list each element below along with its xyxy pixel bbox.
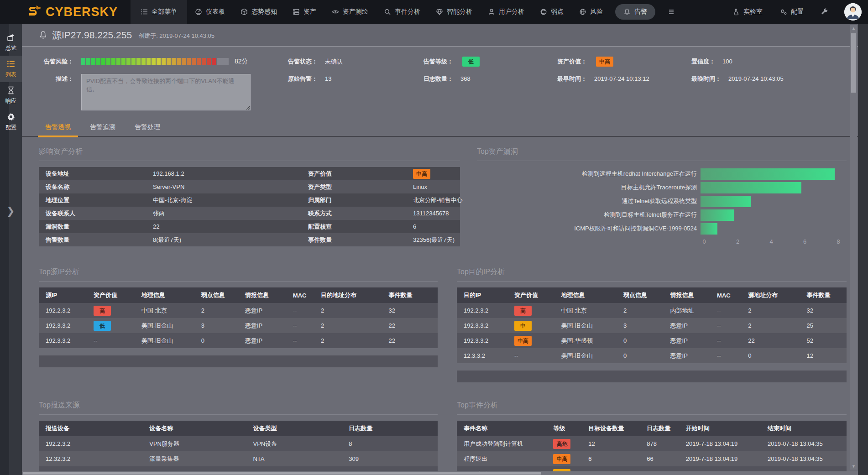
dest-ip-panel-title: Top目的IP分析: [457, 263, 847, 282]
table-row[interactable]: 12.3.3.2--美国-旧金山0恶意IP--012: [457, 348, 847, 363]
event-panel-title: Top事件分析: [457, 396, 847, 415]
gem-icon: [436, 8, 443, 16]
asset-value-label: 资产价值：: [557, 57, 587, 67]
report-source-panel-title: Top报送来源: [39, 396, 438, 415]
raw-alerts-label: 原始告警：: [288, 74, 318, 84]
table-row[interactable]: 192.2.3.2高中国-北京2恶意IP--232: [39, 303, 438, 318]
table-row: 地理位置中国-北京-海淀 归属部门北京分部-销售中心: [39, 193, 460, 207]
user-icon: [488, 8, 495, 16]
horizontal-scrollbar[interactable]: [22, 471, 858, 475]
chart-x-axis: 0 2 4 6 8: [704, 238, 838, 248]
table-row[interactable]: 192.2.3.2VPN服务器VPN设备8: [39, 436, 438, 451]
chart-bar[interactable]: [701, 209, 734, 221]
table-row[interactable]: 192.3.3.2中美国-旧金山3恶意IP--225: [457, 318, 847, 333]
impact-panel-title: 影响资产分析: [39, 142, 460, 161]
tools-button[interactable]: [813, 0, 836, 24]
nav-item-user-analysis[interactable]: 用户分析: [480, 0, 532, 24]
table-row[interactable]: 192.3.3.2--美国-旧金山0恶意IP--222: [39, 333, 438, 348]
confidence-label: 置信度：: [691, 57, 715, 67]
chart-bar[interactable]: [701, 168, 835, 180]
sidebar-item-settings[interactable]: 配置: [0, 109, 22, 135]
nav-item-weakness[interactable]: 弱点: [532, 0, 571, 24]
table-header: 报送设备设备名称设备类型日志数量: [39, 421, 438, 436]
nav-item-assets[interactable]: 资产: [285, 0, 324, 24]
chart-bar[interactable]: [701, 182, 801, 193]
earliest-time-label: 最早时间：: [557, 74, 587, 84]
cybersky-logo-icon: [26, 4, 42, 20]
flask-icon: [732, 8, 740, 16]
table-row[interactable]: 192.2.3.2高中国-北京2内部地址--232: [457, 303, 847, 318]
vulnerability-bar-chart: 检测到远程主机redhat Interchange正在运行 目标主机允许Trac…: [477, 167, 847, 248]
alert-tabs: 告警透视 告警追溯 告警处理: [22, 120, 858, 137]
latest-time-label: 最晚时间：: [691, 74, 721, 84]
top-navbar: CYBERSKY 全部菜单 仪表板 态势感知 资产 资产测绘 事件分析 智能: [0, 0, 868, 24]
table-footer-bar: [39, 355, 438, 367]
description-textarea[interactable]: PVID配置不当，会导致连接的两个端口下的VLAN不能通信。: [81, 74, 251, 110]
sidebar-item-response[interactable]: 响应: [0, 82, 22, 109]
top-dest-ip-panel: Top目的IP分析 目的IP资产价值地理信息弱点信息情报信息MAC源地址分布事件…: [457, 263, 847, 382]
cube-icon: [241, 8, 248, 16]
hamburger-icon: [668, 8, 675, 16]
chart-bar[interactable]: [701, 223, 717, 235]
tab-alert-perspective[interactable]: 告警透视: [39, 120, 77, 136]
table-row[interactable]: TCP映射一般882019-7-18 13:04:192019-07-18 13…: [457, 466, 847, 471]
gauge-icon: [195, 8, 202, 16]
table-row[interactable]: 用户成功登陆到计算机高危128782019-7-18 13:04:192019-…: [457, 436, 847, 451]
table-row[interactable]: 192.3.3.2中高美国-华盛顿0恶意IP--2252: [457, 333, 847, 348]
horizontal-scroll-thumb[interactable]: [23, 472, 541, 475]
raw-alerts-value: 13: [325, 74, 331, 84]
table-row: 漏洞数量22 配置核查6: [39, 220, 460, 233]
search-icon: [384, 8, 391, 16]
log-count-label: 日志数量：: [424, 74, 453, 84]
nav-item-lab[interactable]: 实验室: [725, 0, 770, 24]
list-icon: [6, 59, 16, 68]
table-row[interactable]: 程序退出中高6662019-7-18 13:04:192019-07-18 13…: [457, 451, 847, 466]
table-header: 源IP资产价值地理信息弱点信息情报信息MAC目的地址分布事件数量: [39, 287, 438, 303]
nav-item-alerts[interactable]: 告警: [611, 0, 660, 24]
sidebar-item-list[interactable]: 列表: [0, 56, 22, 82]
top-report-source-panel: Top报送来源 报送设备设备名称设备类型日志数量 192.2.3.2VPN服务器…: [39, 396, 438, 471]
nav-item-event-analysis[interactable]: 事件分析: [376, 0, 428, 24]
asset-value-badge: 中高: [596, 57, 613, 67]
created-timestamp: 创建于: 2019-07-24 10:43:05: [138, 32, 214, 40]
nav-item-dashboard[interactable]: 仪表板: [187, 0, 233, 24]
impact-table: 设备地址192.168.1.2 资产价值中高 设备名称Server-VPN 资产…: [39, 167, 460, 246]
log-count-value: 368: [460, 74, 471, 84]
overview-icon: [6, 33, 16, 42]
left-sidebar: 总览 列表 响应 配置 ❯: [0, 24, 22, 475]
description-label: 描述：: [22, 74, 81, 84]
alert-header: 源IP27.98.225.255 创建于: 2019-07-24 10:43:0…: [22, 24, 858, 47]
nav-item-risk[interactable]: 风险: [571, 0, 611, 24]
nav-item-smart-analysis[interactable]: 智能分析: [428, 0, 480, 24]
chart-bar[interactable]: [701, 196, 751, 207]
alert-level-badge: 低: [462, 57, 480, 67]
user-avatar[interactable]: [844, 3, 862, 21]
nav-item-situation[interactable]: 态势感知: [233, 0, 285, 24]
brand-logo[interactable]: CYBERSKY: [0, 4, 131, 20]
nav-item-config[interactable]: 配置: [772, 0, 811, 24]
sidebar-item-overview[interactable]: 总览: [0, 29, 22, 56]
sidebar-expand-chevron-icon[interactable]: ❯: [6, 205, 15, 217]
table-row: 设备联系人张两 联系方式13112345678: [39, 207, 460, 220]
table-row[interactable]: 32.2.33.2VPN服务器VPN设备56: [39, 466, 438, 471]
table-row[interactable]: 192.3.3.2低美国-旧金山3恶意IP--222: [39, 318, 438, 333]
alert-summary: 告警风险： 82分 告警状态： 未确认 告警等级： 低 资产价值： 中高 置信度…: [22, 47, 858, 110]
vertical-scroll-thumb[interactable]: [851, 33, 856, 93]
more-menu-button[interactable]: [660, 0, 683, 24]
scroll-down-icon[interactable]: ▼: [850, 464, 857, 469]
status-value: 未确认: [325, 57, 343, 67]
risk-icon: [579, 8, 586, 16]
nav-item-asset-mapping[interactable]: 资产测绘: [324, 0, 376, 24]
impact-asset-panel: 影响资产分析 设备地址192.168.1.2 资产价值中高 设备名称Server…: [39, 142, 460, 248]
main-menu: 全部菜单 仪表板 态势感知 资产 资产测绘 事件分析 智能分析 用户分析: [131, 0, 683, 24]
source-ip-panel-title: Top源IP分析: [39, 263, 438, 282]
vulnerability-panel-title: Top资产漏洞: [477, 142, 847, 161]
latest-time-value: 2019-07-24 10:43:05: [728, 74, 784, 84]
top-vulnerability-panel: Top资产漏洞 检测到远程主机redhat Interchange正在运行 目标…: [477, 142, 847, 248]
table-row[interactable]: 12.32.3.2流量采集器NTA309: [39, 451, 438, 466]
vertical-scrollbar[interactable]: ▲ ▼: [850, 25, 857, 470]
nav-item-all-menu[interactable]: 全部菜单: [131, 0, 187, 24]
tab-alert-trace[interactable]: 告警追溯: [84, 120, 122, 136]
tab-alert-handling[interactable]: 告警处理: [128, 120, 167, 136]
scroll-up-icon[interactable]: ▲: [850, 26, 857, 31]
